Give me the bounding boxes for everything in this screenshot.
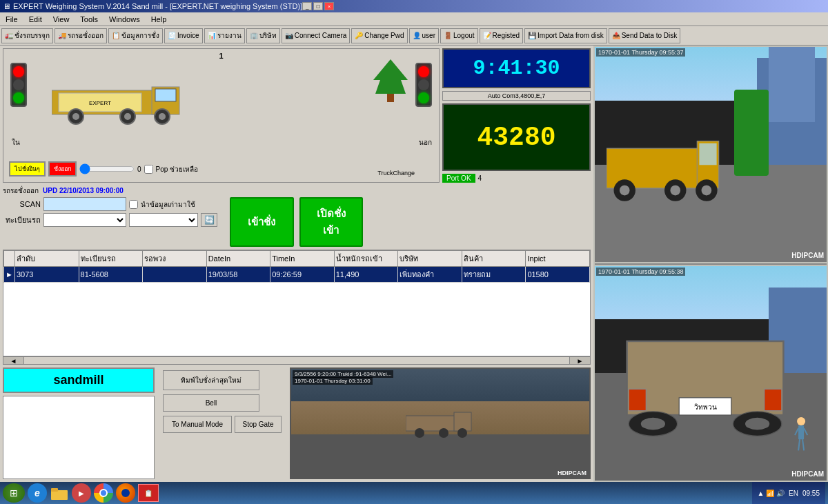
bottom-left: sandmill (3, 367, 155, 479)
weight-display: 9:41:30 Auto Com3,4800,E,7 43280 Port OK… (442, 48, 591, 183)
form-area: SCAN นำข้อมูลเก่ามาใช้ ทะเบียนรถ 🔄 (3, 197, 591, 247)
scan-label: SCAN (3, 200, 41, 208)
svg-point-8 (124, 113, 131, 120)
toolbar: 🚛 ชั่งรถบรรจุก 🚚 รถรอชั่งออก 📋 ข้อมูลการ… (0, 26, 828, 46)
pop-checkbox[interactable] (144, 165, 153, 174)
print-latest-button[interactable]: พิมพ์ใบชั่งล่าสุดใหม่ (163, 370, 259, 390)
menu-windows[interactable]: Windows (105, 14, 144, 25)
tb-report[interactable]: 📊 รายงาน (204, 28, 245, 43)
svg-point-33 (640, 418, 664, 430)
svg-rect-43 (51, 488, 58, 492)
scale-out-button[interactable]: ชั่งออก (48, 161, 77, 177)
start-button[interactable]: ⊞ (3, 483, 25, 503)
refresh-button[interactable]: 🔄 (201, 213, 217, 227)
col-company: บริษัท (398, 251, 462, 267)
col-id: ลำดับ (15, 251, 79, 267)
svg-line-40 (798, 440, 800, 451)
menu-help[interactable]: Help (147, 14, 171, 25)
tb-import[interactable]: 💾 Import Data from disk (524, 28, 607, 43)
tb-connect-camera[interactable]: 📷 Connect Camera (282, 28, 351, 43)
import-icon: 💾 (528, 32, 536, 39)
tb-send[interactable]: 📤 Send Data to Disk (609, 28, 681, 43)
secondary-dropdown[interactable] (129, 213, 198, 227)
action-buttons: เข้าชั่ง เปิดชั่งเข้า (230, 197, 363, 247)
cam-top-label: HDIPCAM (791, 252, 824, 259)
sandmill-label: sandmill (3, 367, 155, 393)
tb-scale-out[interactable]: 🚚 รถรอชั่งออก (55, 28, 107, 43)
media-player-button[interactable]: ▶ (72, 483, 91, 503)
go-to-scale-in-button[interactable]: ไปชั่งอินๆ (9, 161, 46, 177)
scale-info-label: รถรอชั่งออก (3, 185, 39, 196)
slider-value: 0 (137, 165, 141, 173)
folder-button[interactable] (50, 483, 69, 503)
tb-invoice[interactable]: 🧾 Invoice (164, 28, 203, 43)
tb-data[interactable]: 📋 ข้อมูลการชั่ง (108, 28, 163, 43)
cam-top-timestamp: 1970-01-01 Thursday 09:55:37 (596, 48, 685, 57)
active-app-button[interactable]: 📋 (138, 484, 159, 502)
menu-tools[interactable]: Tools (76, 14, 102, 25)
menu-edit[interactable]: Edit (25, 14, 46, 25)
bell-button[interactable]: Bell (163, 394, 259, 412)
ie-button[interactable]: e (28, 483, 47, 503)
send-icon: 📤 (612, 32, 620, 39)
horizontal-scrollbar[interactable]: ◄ ► (3, 356, 591, 365)
user-icon: 👤 (413, 32, 421, 39)
svg-point-22 (620, 185, 630, 196)
tb-change-pwd[interactable]: 🔑 Change Pwd (351, 28, 407, 43)
col-plate: ทะเบียนรถ (79, 251, 143, 267)
svg-text:วิทพวน: วิทพวน (693, 404, 716, 412)
cam-bottom-label: HDIPCAM (791, 470, 824, 478)
tb-user[interactable]: 👤 user (409, 28, 439, 43)
camera-divider (595, 263, 827, 265)
firefox-button[interactable] (116, 483, 135, 503)
stop-gate-button[interactable]: Stop Gate (235, 416, 282, 433)
plate-dropdown[interactable] (43, 213, 126, 227)
menu-file[interactable]: File (1, 14, 22, 25)
port-num: 4 (478, 174, 482, 182)
svg-point-6 (72, 113, 79, 120)
col-arrow (4, 251, 15, 267)
svg-rect-42 (51, 490, 68, 500)
auto-com-bar: Auto Com3,4800,E,7 (442, 91, 591, 101)
svg-point-24 (670, 185, 680, 196)
minimize-button[interactable]: _ (302, 2, 312, 10)
manual-mode-button[interactable]: To Manual Mode (163, 416, 232, 433)
taskbar: ⊞ e ▶ 📋 ▲ 📶 🔊 EN 09:55 (0, 482, 828, 504)
enter-scale-button[interactable]: เข้าชั่ง (230, 197, 294, 247)
svg-marker-11 (373, 59, 408, 94)
weight-number-display: 43280 (442, 103, 591, 171)
out-label: นอก (419, 137, 432, 148)
plate-label: ทะเบียนรถ (3, 214, 41, 226)
in-label: ใน (12, 137, 20, 148)
reg-icon: 📝 (483, 32, 491, 39)
tb-registed[interactable]: 📝 Registed (480, 28, 523, 43)
chrome-button[interactable] (94, 483, 113, 503)
data-icon: 📋 (112, 32, 120, 39)
close-button[interactable]: × (324, 2, 334, 10)
svg-point-15 (415, 428, 424, 438)
traffic-light-in (10, 63, 27, 107)
table-row[interactable]: ► 3073 81-5608 19/03/58 09:26:59 11,490 … (4, 267, 590, 283)
scale-slider[interactable] (79, 165, 135, 173)
truck-change-label: TruckChange (377, 170, 415, 177)
svg-line-41 (802, 440, 804, 451)
open-scale-button[interactable]: เปิดชั่งเข้า (299, 197, 364, 247)
notes-textarea[interactable] (3, 396, 155, 479)
tb-scale-in[interactable]: 🚛 ชั่งรถบรรจุก (1, 28, 53, 43)
col-timein: TimeIn (270, 251, 335, 267)
svg-rect-12 (387, 94, 394, 102)
tb-logout[interactable]: 🚪 Logout (440, 28, 478, 43)
menu-view[interactable]: View (49, 14, 74, 25)
reuse-checkbox[interactable] (129, 200, 138, 209)
traffic-light-out (415, 63, 432, 107)
tree-icon (370, 56, 411, 105)
camera-icon: 📷 (285, 32, 293, 39)
truck-animation-area: 1 ใน (3, 48, 440, 183)
svg-point-16 (439, 428, 448, 438)
svg-point-35 (745, 418, 769, 430)
tb-company[interactable]: 🏢 บริษัท (246, 28, 280, 43)
svg-rect-29 (764, 390, 781, 412)
maximize-button[interactable]: □ (313, 2, 323, 10)
scan-input[interactable] (43, 197, 126, 211)
port-ok-label: Port OK (442, 174, 475, 183)
